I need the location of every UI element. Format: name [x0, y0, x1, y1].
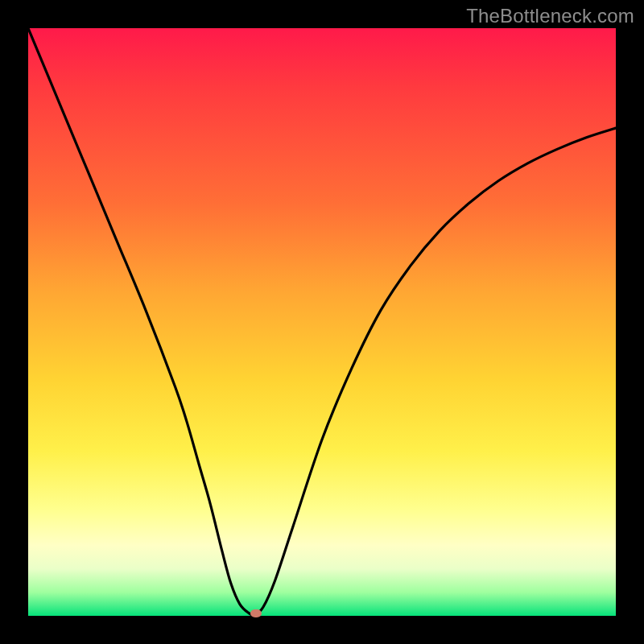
bottleneck-curve: [28, 28, 616, 616]
chart-frame: TheBottleneck.com: [0, 0, 644, 644]
minimum-marker: [250, 609, 262, 617]
plot-area: [28, 28, 616, 616]
watermark-text: TheBottleneck.com: [466, 5, 634, 27]
